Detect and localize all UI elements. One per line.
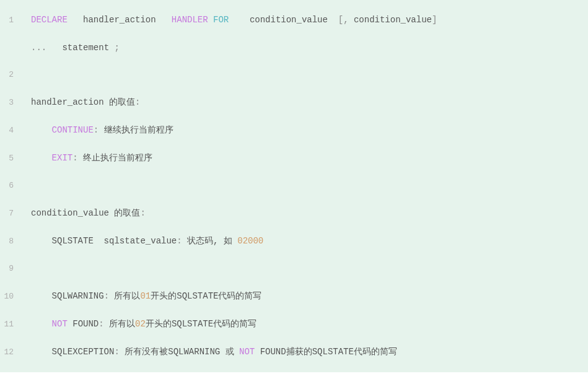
line-number: 6: [0, 172, 31, 199]
code-line: 1DECLARE handler_action HANDLER FOR cond…: [0, 6, 588, 34]
code-line: 12 SQLEXCEPTION: 所有没有被SQLWARNING 或 NOT F…: [0, 338, 588, 366]
line-number: 4: [0, 117, 31, 144]
code-line: 10 SQLWARNING: 所有以01开头的SQLSTATE代码的简写: [0, 282, 588, 310]
code-line: 9: [0, 255, 588, 282]
line-content: SQLWARNING: 所有以01开头的SQLSTATE代码的简写: [31, 282, 588, 310]
code-line: 5 EXIT: 终止执行当前程序: [0, 144, 588, 172]
code-line: 2: [0, 61, 588, 89]
line-number: 10: [0, 283, 31, 310]
line-content: SQLEXCEPTION: 所有没有被SQLWARNING 或 NOT FOUN…: [31, 338, 588, 365]
code-line: 8 SQLSTATE sqlstate_value: 状态码, 如 02000: [0, 227, 588, 255]
line-content: ... statement ;: [31, 34, 588, 61]
line-content: CONTINUE: 继续执行当前程序: [31, 116, 588, 144]
line-content: DECLARE handler_action HANDLER FOR condi…: [31, 6, 588, 33]
line-content: handler_action 的取值:: [31, 89, 588, 116]
code-line: 7condition_value 的取值:: [0, 199, 588, 227]
line-number: 7: [0, 200, 31, 227]
line-content: EXIT: 终止执行当前程序: [31, 144, 588, 172]
code-line: 3handler_action 的取值:: [0, 89, 588, 116]
line-number: 1: [0, 7, 31, 34]
line-content: SQLSTATE sqlstate_value: 状态码, 如 02000: [31, 227, 588, 255]
code-line: 11 NOT FOUND: 所有以02开头的SQLSTATE代码的简写: [0, 310, 588, 338]
line-number: 2: [0, 61, 31, 89]
code-block: 1DECLARE handler_action HANDLER FOR cond…: [0, 0, 588, 372]
line-number: 5: [0, 145, 31, 172]
code-line-wrapped: ... statement ;: [0, 34, 588, 61]
line-content: NOT FOUND: 所有以02开头的SQLSTATE代码的简写: [31, 310, 588, 338]
line-number: 9: [0, 255, 31, 282]
line-number: 3: [0, 89, 31, 116]
line-number: 12: [0, 339, 31, 366]
line-content: condition_value 的取值:: [31, 199, 588, 227]
line-number: 11: [0, 311, 31, 338]
code-line: 4 CONTINUE: 继续执行当前程序: [0, 116, 588, 144]
code-line: 6: [0, 172, 588, 199]
line-number: 8: [0, 228, 31, 255]
